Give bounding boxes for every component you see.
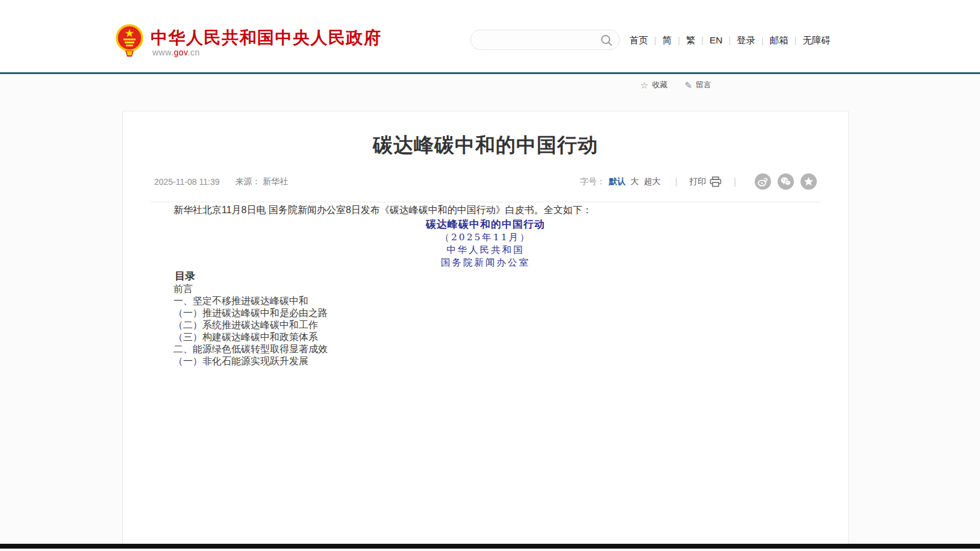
nav-link-3[interactable]: 繁 — [686, 34, 696, 47]
bottom-edge-bar — [0, 544, 980, 549]
print-button[interactable]: 打印 — [689, 176, 722, 187]
message-button[interactable]: ✎ 留言 — [684, 79, 711, 90]
doc-org-line: 国务院新闻办公室 — [154, 257, 817, 269]
source: 来源： 新华社 — [235, 176, 288, 187]
article-intro: 新华社北京11月8日电 国务院新闻办公室8日发布《碳达峰碳中和的中国行动》白皮书… — [154, 202, 817, 217]
header-divider — [0, 72, 980, 74]
publish-date: 2025-11-08 11:39 — [154, 177, 219, 187]
share-qzone-button[interactable] — [801, 173, 817, 190]
site-url-prefix: www. — [152, 48, 173, 57]
nav-link-6[interactable]: 邮箱 — [770, 34, 788, 47]
search-input[interactable] — [479, 32, 596, 49]
nav-separator: | — [701, 36, 704, 45]
article-meta-row: 2025-11-08 11:39 来源： 新华社 字号： 默认 大 超大 | 打… — [154, 173, 817, 190]
article-toolbar: ☆ 收藏 ✎ 留言 — [640, 79, 711, 90]
article-title: 碳达峰碳中和的中国行动 — [123, 132, 848, 159]
nav-separator: | — [654, 36, 657, 45]
site-url: www.gov.cn — [152, 48, 200, 57]
doc-title: 碳达峰碳中和的中国行动 — [154, 217, 817, 231]
font-size-label: 字号： — [580, 176, 605, 187]
toc-item: 一、坚定不移推进碳达峰碳中和 — [154, 295, 817, 307]
site-header: 中华人民共和国中央人民政府 www.gov.cn 首页|简|繁|EN|登录|邮箱… — [0, 0, 980, 72]
toc-item: （一）非化石能源实现跃升发展 — [154, 355, 817, 367]
nav-link-4[interactable]: EN — [710, 34, 723, 47]
font-size-large-button[interactable]: 大 — [631, 176, 639, 187]
site-url-suffix: .cn — [188, 48, 200, 57]
doc-date: （2025年11月） — [154, 231, 817, 244]
favorite-label: 收藏 — [652, 79, 667, 90]
star-icon: ☆ — [640, 81, 648, 90]
font-size-xlarge-button[interactable]: 超大 — [644, 176, 661, 187]
source-label: 来源： — [235, 176, 260, 186]
toc-item: （二）系统推进碳达峰碳中和工作 — [154, 319, 817, 331]
favorite-button[interactable]: ☆ 收藏 — [640, 79, 667, 90]
nav-separator: | — [761, 36, 764, 45]
toc-item: （三）构建碳达峰碳中和政策体系 — [154, 331, 817, 343]
print-label: 打印 — [689, 176, 706, 187]
national-emblem-logo — [116, 24, 143, 58]
article-card: 碳达峰碳中和的中国行动 2025-11-08 11:39 来源： 新华社 字号：… — [122, 111, 849, 545]
nav-separator: | — [794, 36, 797, 45]
toc-item: 二、能源绿色低碳转型取得显著成效 — [154, 343, 817, 355]
article-body: 新华社北京11月8日电 国务院新闻办公室8日发布《碳达峰碳中和的中国行动》白皮书… — [123, 202, 848, 367]
article-meta-right: 字号： 默认 大 超大 | 打印 | — [580, 173, 817, 190]
printer-icon — [710, 176, 722, 187]
site-title: 中华人民共和国中央人民政府 — [151, 26, 382, 49]
nav-link-5[interactable]: 登录 — [737, 34, 755, 47]
nav-separator: | — [728, 36, 731, 45]
table-of-contents: 前言一、坚定不移推进碳达峰碳中和（一）推进碳达峰碳中和是必由之路（二）系统推进碳… — [154, 283, 817, 367]
wechat-icon — [780, 176, 791, 187]
search-icon[interactable] — [600, 34, 613, 47]
top-nav: 首页|简|繁|EN|登录|邮箱|无障碍 — [629, 34, 831, 47]
site-url-highlight: gov — [173, 48, 187, 57]
article-meta-left: 2025-11-08 11:39 来源： 新华社 — [154, 176, 288, 187]
nav-link-2[interactable]: 简 — [663, 34, 672, 47]
nav-link-1[interactable]: 首页 — [629, 34, 648, 47]
toc-item: （一）推进碳达峰碳中和是必由之路 — [154, 307, 817, 319]
share-wechat-button[interactable] — [778, 173, 794, 190]
page: 中华人民共和国中央人民政府 www.gov.cn 首页|简|繁|EN|登录|邮箱… — [0, 0, 980, 551]
doc-org-line: 中华人民共和国 — [154, 244, 817, 257]
nav-separator: | — [678, 36, 680, 45]
weibo-icon — [757, 176, 769, 187]
message-label: 留言 — [696, 79, 711, 90]
source-value: 新华社 — [263, 176, 288, 186]
share-weibo-button[interactable] — [755, 173, 771, 190]
search-box — [470, 30, 620, 50]
share-star-icon — [803, 176, 814, 187]
toc-title: 目录 — [154, 269, 817, 283]
pencil-icon: ✎ — [684, 81, 692, 90]
nav-link-7[interactable]: 无障碍 — [802, 34, 831, 47]
meta-separator: | — [675, 177, 678, 187]
toc-item: 前言 — [154, 283, 817, 295]
meta-separator: | — [734, 177, 736, 187]
font-size-default-button[interactable]: 默认 — [609, 176, 626, 187]
